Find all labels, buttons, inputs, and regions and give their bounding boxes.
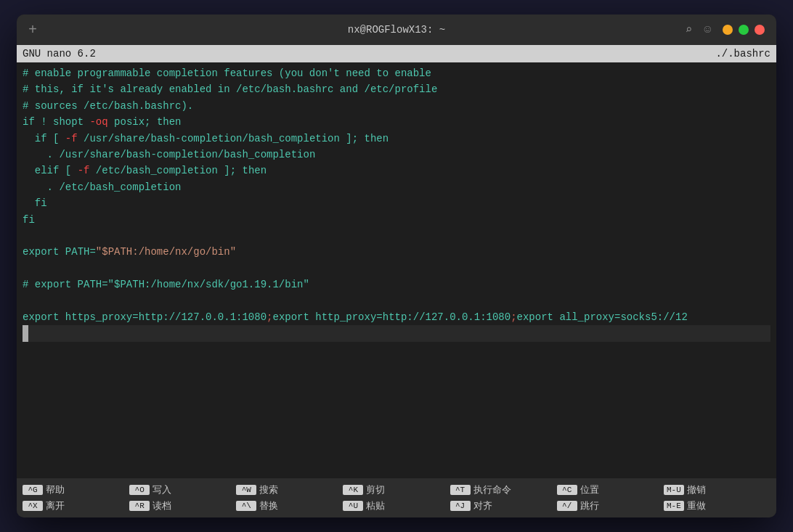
shortcut-exit: ^X 离开	[23, 499, 129, 512]
emoji-icon[interactable]: ☺	[704, 23, 711, 36]
line-5: if [ -f /usr/share/bash-completion/bash_…	[23, 131, 770, 147]
shortcut-label-cut: 剪切	[366, 483, 385, 496]
titlebar: + nx@ROGFlowX13: ~ ⌕ ☺	[17, 15, 776, 45]
shortcut-label-exec: 执行命令	[473, 483, 511, 496]
shortcut-key-exit: ^X	[23, 501, 43, 511]
line-3: # sources /etc/bash.bashrc).	[23, 98, 770, 114]
shortcut-key-write: ^O	[129, 485, 150, 495]
titlebar-title: nx@ROGFlowX13: ~	[348, 24, 445, 36]
shortcut-row-1: ^G 帮助 ^O 写入 ^W 搜索 ^K 剪切 ^T 执行命令 ^C 位置	[17, 483, 776, 499]
maximize-button[interactable]	[739, 25, 749, 35]
line-2: # this, if it's already enabled in /etc/…	[23, 81, 770, 97]
line-17	[23, 325, 770, 341]
shortcut-label-write: 写入	[152, 483, 171, 496]
shortcut-label-exit: 离开	[46, 499, 65, 512]
line-7: elif [ -f /etc/bash_completion ]; then	[23, 163, 770, 179]
shortcut-label-align: 对齐	[473, 499, 492, 512]
line-11	[23, 228, 770, 244]
shortcut-key-goto: ^/	[557, 501, 577, 511]
shortcut-search: ^W 搜索	[236, 483, 343, 496]
line-15	[23, 292, 770, 308]
titlebar-left: +	[28, 22, 37, 38]
shortcut-key-replace: ^\	[236, 501, 256, 511]
shortcut-goto: ^/ 跳行	[557, 499, 664, 512]
shortcut-row-2: ^X 离开 ^R 读档 ^\ 替换 ^U 粘贴 ^J 对齐 ^/ 跳行	[17, 499, 776, 515]
line-14: # export PATH="$PATH:/home/nx/sdk/go1.19…	[23, 277, 770, 292]
shortcut-label-redo: 重做	[687, 499, 706, 512]
shortcut-key-search: ^W	[236, 485, 256, 495]
line-8: . /etc/bash_completion	[23, 179, 770, 195]
line-1: # enable programmable completion feature…	[23, 65, 770, 81]
line-9: fi	[23, 195, 770, 211]
line-13	[23, 261, 770, 277]
shortcut-key-help: ^G	[23, 485, 43, 495]
shortcuts-bar: ^G 帮助 ^O 写入 ^W 搜索 ^K 剪切 ^T 执行命令 ^C 位置	[17, 478, 776, 517]
nano-filename: ./.bashrc	[715, 48, 770, 60]
shortcut-label-read: 读档	[152, 499, 171, 512]
line-16: export https_proxy=http://127.0.0.1:1080…	[23, 309, 770, 325]
shortcut-align: ^J 对齐	[450, 499, 557, 512]
shortcut-key-paste: ^U	[343, 501, 363, 511]
shortcut-label-goto: 跳行	[580, 499, 599, 512]
line-10: fi	[23, 212, 770, 228]
shortcut-key-undo: M-U	[664, 485, 684, 495]
titlebar-right: ⌕ ☺	[686, 22, 765, 37]
shortcut-undo: M-U 撤销	[664, 483, 770, 496]
terminal-window: + nx@ROGFlowX13: ~ ⌕ ☺ GNU nano 6.2 ./.b…	[17, 15, 776, 517]
shortcut-label-replace: 替换	[259, 499, 278, 512]
add-tab-button[interactable]: +	[28, 22, 37, 38]
shortcut-key-redo: M-E	[664, 501, 684, 511]
line-4: if ! shopt -oq posix; then	[23, 114, 770, 130]
shortcut-exec: ^T 执行命令	[450, 483, 557, 496]
search-icon[interactable]: ⌕	[686, 22, 693, 37]
shortcut-redo: M-E 重做	[664, 499, 770, 512]
shortcut-read: ^R 读档	[129, 499, 236, 512]
shortcut-replace: ^\ 替换	[236, 499, 343, 512]
shortcut-cut: ^K 剪切	[343, 483, 450, 496]
shortcut-key-cut: ^K	[343, 485, 363, 495]
shortcut-key-align: ^J	[450, 501, 471, 511]
minimize-button[interactable]	[723, 25, 733, 35]
shortcut-label-help: 帮助	[46, 483, 65, 496]
traffic-lights	[723, 25, 765, 35]
shortcut-paste: ^U 粘贴	[343, 499, 450, 512]
shortcut-label-search: 搜索	[259, 483, 278, 496]
close-button[interactable]	[755, 25, 765, 35]
shortcut-key-pos: ^C	[557, 485, 577, 495]
shortcut-key-read: ^R	[129, 501, 150, 511]
shortcut-label-undo: 撤销	[687, 483, 706, 496]
shortcut-key-exec: ^T	[450, 485, 471, 495]
shortcut-pos: ^C 位置	[557, 483, 664, 496]
shortcut-label-pos: 位置	[580, 483, 599, 496]
editor-area[interactable]: # enable programmable completion feature…	[17, 62, 776, 478]
shortcut-label-paste: 粘贴	[366, 499, 385, 512]
nano-statusbar: GNU nano 6.2 ./.bashrc	[17, 45, 776, 62]
line-6: . /usr/share/bash-completion/bash_comple…	[23, 147, 770, 163]
nano-version: GNU nano 6.2	[23, 48, 96, 60]
line-12: export PATH="$PATH:/home/nx/go/bin"	[23, 244, 770, 260]
shortcut-help: ^G 帮助	[23, 483, 129, 496]
shortcut-write: ^O 写入	[129, 483, 236, 496]
